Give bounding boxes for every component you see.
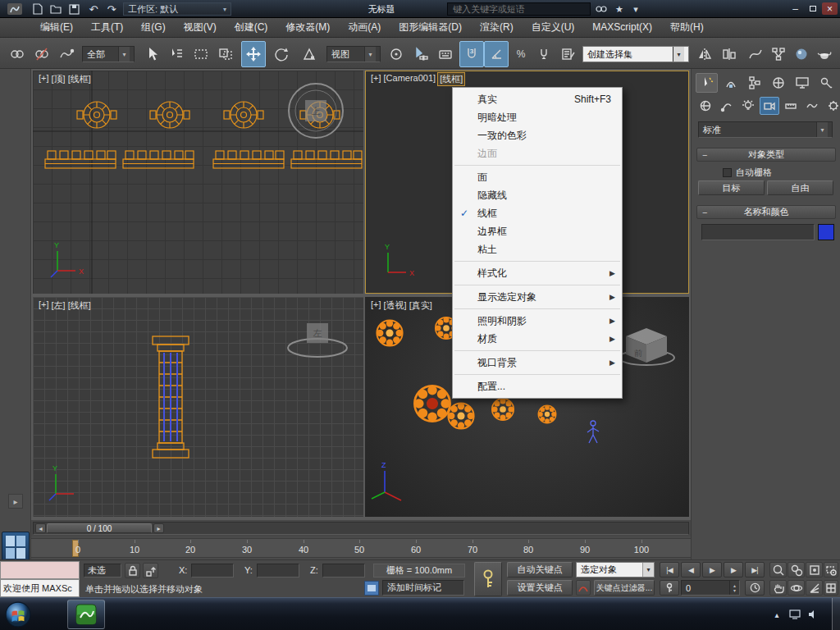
- auto-key-button[interactable]: 自动关键点: [507, 562, 573, 578]
- key-mode-toggle-button[interactable]: [660, 580, 679, 596]
- object-color-swatch[interactable]: [818, 224, 834, 240]
- menu-item-clay[interactable]: 粘土: [453, 240, 622, 258]
- rollout-object-type[interactable]: −对象类型: [696, 148, 836, 162]
- menu-graph-editors[interactable]: 图形编辑器(D): [390, 18, 471, 37]
- next-frame-button[interactable]: ▶: [724, 562, 743, 578]
- selection-region-button[interactable]: [189, 41, 213, 67]
- minimize-button[interactable]: –: [788, 2, 803, 15]
- rollout-name-color[interactable]: −名称和颜色: [696, 205, 836, 219]
- go-to-end-button[interactable]: ▶|: [745, 562, 765, 578]
- viewport-menu-shading[interactable]: [线框]: [437, 72, 465, 86]
- zoom-button[interactable]: [769, 562, 787, 578]
- infocenter-menu-icon[interactable]: ▾: [628, 2, 643, 16]
- viewport-left[interactable]: [+] [左] [线框] 左: [33, 297, 363, 517]
- z-coordinate-field[interactable]: [322, 564, 365, 578]
- named-selection-sets-dropdown[interactable]: 创建选择集▾: [582, 46, 689, 62]
- left-viewport-canvas[interactable]: 左 Y: [33, 297, 363, 517]
- orbit-button[interactable]: [788, 580, 805, 596]
- menu-modifiers[interactable]: 修改器(M): [276, 18, 339, 37]
- add-time-tag-field[interactable]: 添加时间标记: [382, 580, 464, 596]
- material-editor-button[interactable]: [789, 41, 814, 67]
- zoom-extents-button[interactable]: [806, 562, 823, 578]
- tray-network-icon[interactable]: [788, 607, 802, 622]
- zoom-region-button[interactable]: [824, 562, 838, 578]
- next-frame-arrow[interactable]: ▸: [153, 523, 164, 533]
- selection-filter-dropdown[interactable]: 全部▾: [82, 46, 135, 62]
- current-frame-field[interactable]: 0 ▴▾: [681, 580, 740, 596]
- viewport-top[interactable]: [+] [顶] [线框]: [33, 71, 363, 294]
- field-of-view-button[interactable]: [806, 580, 823, 596]
- select-and-link-button[interactable]: [5, 41, 30, 67]
- default-tangent-button[interactable]: [576, 580, 591, 596]
- snaps-toggle-button[interactable]: 3: [459, 41, 484, 67]
- viewport-menu-plus[interactable]: [+]: [38, 73, 50, 85]
- menu-item-lighting-shadows[interactable]: 照明和阴影▶: [453, 312, 622, 330]
- tab-hierarchy[interactable]: [743, 73, 765, 93]
- unlink-selection-button[interactable]: [30, 41, 54, 67]
- redo-icon[interactable]: ↷: [103, 2, 120, 16]
- menu-item-bounding-box[interactable]: 边界框: [453, 222, 622, 240]
- restore-button[interactable]: [805, 2, 820, 15]
- application-menu-button[interactable]: [2, 2, 27, 16]
- menu-item-viewport-background[interactable]: 视口背景▶: [453, 354, 622, 372]
- keyboard-shortcut-override-button[interactable]: [433, 41, 458, 67]
- viewport-menu-view[interactable]: [顶]: [51, 73, 66, 85]
- key-filters-button[interactable]: 关键点过滤器...: [594, 580, 655, 596]
- show-desktop-button[interactable]: [832, 598, 840, 630]
- go-to-start-button[interactable]: |◀: [660, 562, 679, 578]
- absolute-offset-toggle[interactable]: [143, 563, 158, 578]
- viewport-menu-view[interactable]: [左]: [51, 299, 66, 312]
- select-object-button[interactable]: [139, 41, 164, 67]
- tab-display[interactable]: [791, 73, 813, 93]
- previous-frame-arrow[interactable]: ◂: [35, 523, 46, 533]
- top-viewport-canvas[interactable]: 上 Y X: [33, 71, 363, 294]
- macro-recorder-pane[interactable]: [0, 561, 80, 579]
- menu-help[interactable]: 帮助(H): [661, 18, 713, 37]
- reference-coordinate-dropdown[interactable]: 视图▾: [326, 46, 381, 62]
- viewport-menu-shading[interactable]: [线框]: [67, 73, 92, 85]
- viewport-menu-plus[interactable]: [+]: [370, 73, 382, 85]
- viewcube-left[interactable]: 左: [288, 323, 347, 357]
- menu-tools[interactable]: 工具(T): [82, 18, 132, 37]
- menu-item-shaded[interactable]: 明暗处理: [453, 108, 622, 126]
- menu-item-hidden-line[interactable]: 隐藏线: [453, 186, 622, 204]
- open-mini-curve-editor-button[interactable]: [2, 532, 30, 563]
- menu-create[interactable]: 创建(C): [226, 18, 277, 37]
- taskbar-3dsmax-button[interactable]: [67, 600, 105, 629]
- y-coordinate-field[interactable]: [257, 564, 299, 578]
- set-key-button[interactable]: 设置关键点: [507, 580, 573, 596]
- menu-edit[interactable]: 编辑(E): [31, 18, 82, 37]
- subtab-geometry[interactable]: [696, 97, 715, 115]
- time-slider-track[interactable]: ◂ 0 / 100 ▸: [33, 522, 689, 535]
- menu-item-configure[interactable]: 配置...: [453, 377, 622, 395]
- select-and-manipulate-button[interactable]: [409, 41, 433, 67]
- start-button[interactable]: [4, 600, 32, 628]
- viewport-menu-view[interactable]: [透视]: [383, 299, 408, 312]
- menu-item-wireframe[interactable]: ✓线框: [453, 204, 622, 222]
- frame-spinner[interactable]: ▴▾: [729, 581, 739, 595]
- viewport-menu-view[interactable]: [Camera001]: [383, 73, 437, 85]
- subtab-space-warps[interactable]: [802, 97, 822, 115]
- schematic-view-button[interactable]: [766, 41, 791, 67]
- curve-editor-button[interactable]: [743, 41, 768, 67]
- subtab-shapes[interactable]: [717, 97, 737, 115]
- select-and-scale-button[interactable]: [297, 41, 322, 67]
- x-coordinate-field[interactable]: [191, 564, 234, 578]
- menu-rendering[interactable]: 渲染(R): [471, 18, 523, 37]
- zoom-all-button[interactable]: [788, 562, 805, 578]
- previous-frame-button[interactable]: ◀: [681, 562, 701, 578]
- tab-create[interactable]: [696, 73, 718, 93]
- menu-animation[interactable]: 动画(A): [339, 18, 390, 37]
- infocenter-search[interactable]: [447, 2, 591, 16]
- subtab-systems[interactable]: [824, 97, 840, 115]
- set-key-mode-button[interactable]: [474, 562, 502, 596]
- align-button[interactable]: [717, 41, 742, 67]
- favorites-star-icon[interactable]: ★: [612, 2, 627, 16]
- menu-item-realistic[interactable]: 真实Shift+F3: [453, 90, 622, 108]
- select-and-rotate-button[interactable]: [269, 41, 294, 67]
- target-camera-button[interactable]: 目标: [698, 180, 765, 195]
- subtab-lights[interactable]: [738, 97, 758, 115]
- mini-listener-pane[interactable]: 欢迎使用 MAXSc: [0, 579, 80, 597]
- menu-item-stylized[interactable]: 样式化▶: [453, 264, 622, 282]
- object-name-field[interactable]: [701, 224, 815, 240]
